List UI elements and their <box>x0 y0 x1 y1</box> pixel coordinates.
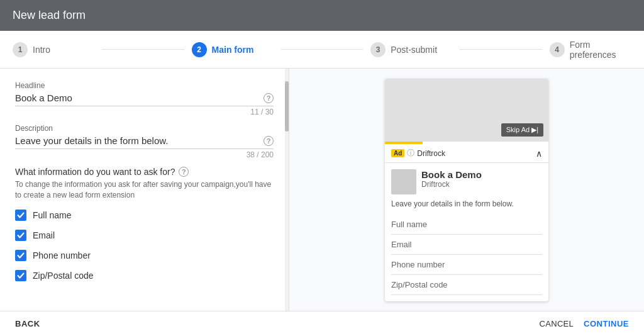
steps-bar: 1 Intro 2 Main form 3 Post-submit 4 Form… <box>0 31 644 69</box>
right-panel: Skip Ad ▶| Ad ⓘ Driftrock ∧ <box>289 69 644 311</box>
step-line-1 <box>102 49 184 50</box>
checkbox-fullname-label: Full name <box>33 210 71 220</box>
headline-field: Headline ? 11 / 30 <box>15 81 274 116</box>
continue-button[interactable]: CONTINUE <box>584 319 629 328</box>
step-line-2 <box>281 49 363 50</box>
preview-field-phone: Phone number <box>391 255 542 275</box>
checkbox-email-box[interactable] <box>15 230 26 241</box>
advertiser-name: Driftrock <box>417 149 445 158</box>
step-form-preferences[interactable]: 4 Form preferences <box>550 40 631 60</box>
ad-label: Ad <box>391 149 404 157</box>
scrollbar-track <box>285 69 289 311</box>
step-line-3 <box>460 49 541 50</box>
step-intro[interactable]: 1 Intro <box>13 42 94 57</box>
checkbox-phone[interactable]: Phone number <box>15 250 274 261</box>
questions-section-subtitle: To change the information you ask for af… <box>15 179 274 201</box>
modal-title: New lead form <box>13 9 86 21</box>
checkbox-zip-box[interactable] <box>15 270 26 281</box>
collapse-icon[interactable]: ∧ <box>536 148 542 159</box>
modal-body: Headline ? 11 / 30 Description ? 38 / 20… <box>0 69 644 311</box>
left-panel: Headline ? 11 / 30 Description ? 38 / 20… <box>0 69 289 311</box>
ad-info: Ad ⓘ Driftrock <box>391 148 445 159</box>
checkbox-phone-box[interactable] <box>15 250 26 261</box>
step-label-post-submit: Post-submit <box>391 45 437 55</box>
step-circle-2: 2 <box>192 42 207 57</box>
preview-thumbnail <box>391 169 416 194</box>
step-circle-1: 1 <box>13 42 28 57</box>
section-help-icon[interactable]: ? <box>179 167 189 177</box>
cancel-button[interactable]: CANCEL <box>540 319 574 328</box>
step-post-submit[interactable]: 3 Post-submit <box>370 42 452 57</box>
description-input-row: ? <box>15 135 274 149</box>
preview-content: Book a Demo Driftrock Leave your details… <box>385 163 548 301</box>
checkbox-phone-label: Phone number <box>33 250 91 260</box>
preview-ad-row: Ad ⓘ Driftrock ∧ <box>385 144 548 163</box>
description-field: Description ? 38 / 200 <box>15 124 274 159</box>
description-input[interactable] <box>15 135 264 146</box>
preview-image: Skip Ad ▶| <box>385 79 548 142</box>
footer-right: CANCEL CONTINUE <box>540 319 629 328</box>
step-label-form-preferences: Form preferences <box>570 40 631 60</box>
preview-description: Leave your details in the form below. <box>391 199 542 208</box>
checkbox-email[interactable]: Email <box>15 230 274 241</box>
checkbox-zip[interactable]: Zip/Postal code <box>15 270 274 281</box>
preview-title: Book a Demo <box>421 169 482 180</box>
description-label: Description <box>15 124 274 133</box>
preview-subtitle: Driftrock <box>421 180 482 189</box>
checkbox-zip-label: Zip/Postal code <box>33 271 94 281</box>
scrollbar-thumb[interactable] <box>285 81 289 132</box>
headline-count: 11 / 30 <box>15 108 274 116</box>
preview-title-row: Book a Demo Driftrock <box>391 169 542 194</box>
headline-input-row: ? <box>15 92 274 106</box>
headline-input[interactable] <box>15 92 264 103</box>
questions-section-title: What information do you want to ask for?… <box>15 167 274 177</box>
checkbox-email-label: Email <box>33 230 55 240</box>
preview-title-block: Book a Demo Driftrock <box>421 169 482 194</box>
skip-ad-button[interactable]: Skip Ad ▶| <box>501 123 543 137</box>
checkbox-fullname[interactable]: Full name <box>15 210 274 221</box>
step-circle-3: 3 <box>370 42 386 57</box>
preview-field-email: Email <box>391 235 542 255</box>
step-circle-4: 4 <box>550 42 565 57</box>
headline-help-icon[interactable]: ? <box>264 93 274 103</box>
modal-header: New lead form <box>0 0 644 31</box>
modal-footer: BACK CANCEL CONTINUE <box>0 311 644 336</box>
back-button[interactable]: BACK <box>15 319 40 328</box>
step-main-form[interactable]: 2 Main form <box>192 42 274 57</box>
preview-card: Skip Ad ▶| Ad ⓘ Driftrock ∧ <box>385 79 548 301</box>
step-label-intro: Intro <box>33 45 50 55</box>
description-help-icon[interactable]: ? <box>264 136 274 146</box>
step-label-main-form: Main form <box>212 45 254 55</box>
checkbox-fullname-box[interactable] <box>15 210 26 221</box>
preview-field-zip: Zip/Postal code <box>391 275 542 295</box>
preview-field-fullname: Full name <box>391 215 542 235</box>
description-count: 38 / 200 <box>15 150 274 159</box>
headline-label: Headline <box>15 81 274 90</box>
